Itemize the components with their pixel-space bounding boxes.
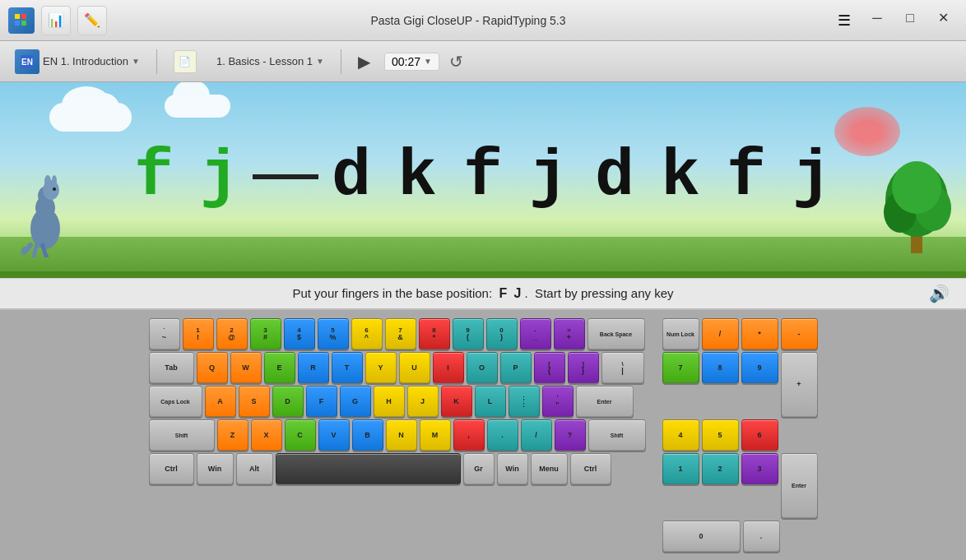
play-button[interactable]: ▶: [351, 49, 378, 75]
numpad-key-6[interactable]: 6: [741, 419, 778, 451]
key-?[interactable]: ?: [555, 419, 586, 451]
menu-button[interactable]: ☰: [829, 6, 859, 35]
course-selector[interactable]: EN EN 1. Introduction ▼: [8, 46, 146, 77]
key-s[interactable]: S: [239, 386, 270, 417]
key-f[interactable]: F: [306, 386, 337, 417]
lesson-selector[interactable]: 1. Basics - Lesson 1 ▼: [210, 52, 331, 71]
key-shift[interactable]: Shift: [588, 419, 646, 451]
key-&[interactable]: 7&: [385, 318, 416, 349]
numpad-key-+[interactable]: +: [781, 352, 818, 417]
key-c[interactable]: C: [285, 419, 316, 451]
svg-point-12: [53, 187, 56, 191]
key-{[interactable]: [{: [534, 352, 565, 383]
numpad-key-*[interactable]: *: [741, 318, 778, 349]
volume-button[interactable]: 🔊: [929, 284, 950, 303]
close-button[interactable]: ✕: [928, 6, 958, 30]
key-|[interactable]: \|: [601, 352, 644, 383]
key-alt[interactable]: Alt: [236, 453, 273, 484]
key-z[interactable]: Z: [217, 419, 248, 451]
key-([interactable]: 9(: [453, 318, 484, 349]
keyboard-row-4: CtrlWinAltGrWinMenuCtrl: [149, 453, 646, 484]
numpad-key-1[interactable]: 1: [662, 453, 699, 484]
numpad-key-0[interactable]: 0: [662, 521, 741, 552]
key-q[interactable]: Q: [197, 352, 228, 383]
key-#[interactable]: 3#: [250, 318, 281, 349]
key-g[interactable]: G: [340, 386, 371, 417]
key-}[interactable]: ]}: [568, 352, 599, 383]
keyboard-row-1: TabQWERTYUIOP[{]}\|: [149, 352, 646, 383]
key-j[interactable]: J: [407, 386, 439, 417]
key-o[interactable]: O: [467, 352, 498, 383]
key-d[interactable]: D: [272, 386, 304, 417]
numpad-key-4[interactable]: 4: [662, 419, 699, 451]
keyboard-area: `~1!2@3#4$5%6^7&8*9(0)-_=+Back SpaceTabQ…: [0, 310, 966, 560]
numpad-key--[interactable]: -: [781, 318, 818, 349]
key-x[interactable]: X: [251, 419, 282, 451]
numpad-key-2[interactable]: 2: [702, 453, 739, 484]
key-*[interactable]: 8*: [419, 318, 450, 349]
key-.[interactable]: .: [487, 419, 518, 451]
key-a[interactable]: A: [205, 386, 236, 417]
key-win[interactable]: Win: [497, 453, 528, 484]
key-ctrl[interactable]: Ctrl: [149, 453, 194, 484]
key-![interactable]: 1!: [183, 318, 214, 349]
key-win[interactable]: Win: [197, 453, 234, 484]
svg-rect-3: [21, 21, 26, 25]
numpad-key-7[interactable]: 7: [662, 352, 699, 383]
key-caps-lock[interactable]: Caps Lock: [149, 386, 202, 417]
maximize-button[interactable]: □: [895, 6, 925, 30]
key-n[interactable]: N: [386, 419, 417, 451]
stats-button[interactable]: 📊: [41, 6, 71, 35]
key-+[interactable]: =+: [554, 318, 585, 349]
key-/[interactable]: /: [521, 419, 552, 451]
key-enter[interactable]: Enter: [576, 386, 634, 417]
svg-point-11: [52, 175, 57, 187]
key-v[interactable]: V: [318, 419, 350, 451]
title-bar-left: 📊 ✏️: [8, 6, 107, 35]
key-u[interactable]: U: [399, 352, 430, 383]
key-_[interactable]: -_: [520, 318, 551, 349]
key-shift[interactable]: Shift: [149, 419, 215, 451]
key-i[interactable]: I: [433, 352, 464, 383]
key-b[interactable]: B: [352, 419, 383, 451]
key-"[interactable]: '": [542, 386, 574, 417]
lesson-icon-btn[interactable]: 📄: [167, 47, 203, 76]
key-m[interactable]: M: [420, 419, 451, 451]
key-)[interactable]: 0): [486, 318, 518, 349]
key-@[interactable]: 2@: [216, 318, 248, 349]
numpad-key-num-lock[interactable]: Num Lock: [662, 318, 699, 349]
key-tab[interactable]: Tab: [149, 352, 194, 383]
key-gr[interactable]: Gr: [463, 453, 495, 484]
key-~[interactable]: `~: [149, 318, 180, 349]
numpad-key-5[interactable]: 5: [702, 419, 739, 451]
key-e[interactable]: E: [264, 352, 295, 383]
key-w[interactable]: W: [230, 352, 262, 383]
numpad-key-/[interactable]: /: [702, 318, 739, 349]
key-h[interactable]: H: [374, 386, 405, 417]
timer-display[interactable]: 00:27 ▼: [384, 53, 439, 71]
key-menu[interactable]: Menu: [531, 453, 568, 484]
numpad-key-.[interactable]: .: [743, 521, 780, 552]
lesson-dropdown-arrow: ▼: [316, 57, 324, 66]
edit-button[interactable]: ✏️: [77, 6, 107, 35]
key-l[interactable]: L: [475, 386, 506, 417]
key-$[interactable]: 4$: [284, 318, 315, 349]
minimize-button[interactable]: ─: [862, 6, 892, 30]
numpad-key-enter[interactable]: Enter: [781, 453, 818, 518]
key-^[interactable]: 6^: [351, 318, 383, 349]
key-[interactable]: [276, 453, 461, 484]
undo-button[interactable]: ↺: [446, 49, 467, 75]
key-back-space[interactable]: Back Space: [587, 318, 645, 349]
key-p[interactable]: P: [500, 352, 532, 383]
key-,[interactable]: ,: [453, 419, 485, 451]
key-%[interactable]: 5%: [318, 318, 349, 349]
numpad-key-3[interactable]: 3: [741, 453, 778, 484]
key-k[interactable]: K: [441, 386, 472, 417]
key-r[interactable]: R: [298, 352, 329, 383]
key-t[interactable]: T: [332, 352, 363, 383]
key-y[interactable]: Y: [365, 352, 397, 383]
numpad-key-9[interactable]: 9: [741, 352, 778, 383]
key-:[interactable]: ;:: [509, 386, 540, 417]
key-ctrl[interactable]: Ctrl: [570, 453, 611, 484]
numpad-key-8[interactable]: 8: [702, 352, 739, 383]
